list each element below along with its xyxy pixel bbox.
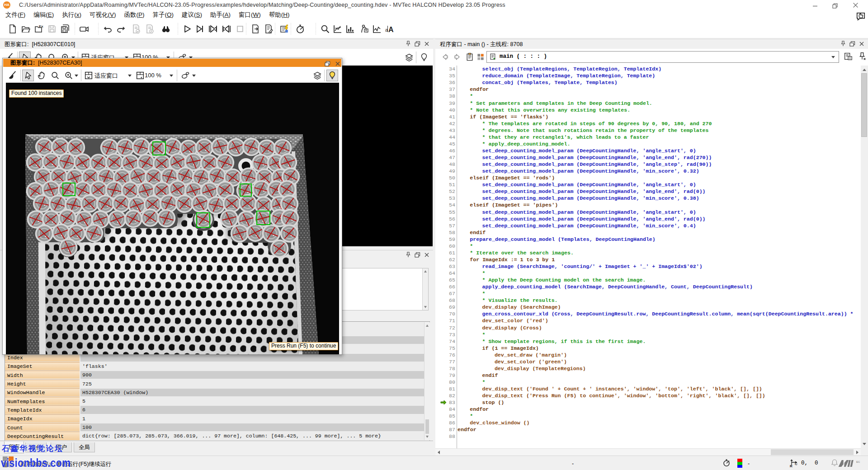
- svg-text:C: C: [795, 462, 797, 466]
- svg-text:Ex: Ex: [39, 24, 43, 28]
- svg-text:R: R: [790, 464, 793, 468]
- svg-text:A: A: [388, 26, 394, 33]
- svg-text:EC: EC: [856, 461, 860, 463]
